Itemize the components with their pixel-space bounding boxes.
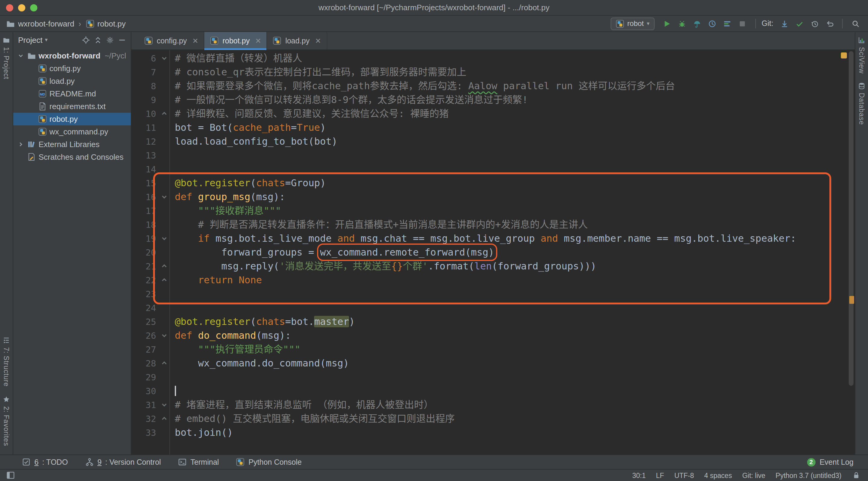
coverage-icon[interactable] (690, 17, 704, 30)
stop-icon[interactable] (736, 17, 749, 30)
collapse-all-icon[interactable] (92, 34, 104, 45)
status-line-ending[interactable]: LF (656, 472, 664, 479)
editor[interactable]: 6789101112131415161718192021222324252627… (131, 50, 855, 454)
tool-window-button-9-version-control[interactable]: 9: Version Control (85, 457, 161, 467)
tool-stripe-button-2-favorites[interactable]: 2: Favorites (2, 391, 10, 454)
tool-window-button-python-console[interactable]: Python Console (236, 457, 302, 467)
search-everywhere-button[interactable] (849, 17, 862, 30)
code-line-31[interactable]: # 堵塞进程，直到结束消息监听 （例如，机器人被登出时） (175, 398, 855, 412)
chevron-down-icon[interactable] (17, 51, 25, 60)
error-stripe-mark[interactable] (849, 296, 854, 304)
code-line-30[interactable] (175, 384, 855, 398)
code-line-24[interactable] (175, 301, 855, 315)
window-minimize-button[interactable] (18, 4, 25, 11)
tree-item-requirements-txt[interactable]: requirements.txt (13, 100, 131, 113)
tree-item-load-py[interactable]: load.py (13, 75, 131, 87)
tool-stripe-button-1-project[interactable]: 1: Project (2, 32, 10, 88)
code-line-12[interactable]: load.load_config_to_bot(bot) (175, 134, 855, 148)
code-line-11[interactable]: bot = Bot(cache_path=True) (175, 121, 855, 134)
status-indent-style[interactable]: 4 spaces (704, 472, 732, 479)
tree-item-wx-command-py[interactable]: wx_command.py (13, 125, 131, 138)
fold-close-icon[interactable] (159, 262, 169, 270)
tool-stripe-button-database[interactable]: Database (858, 78, 866, 129)
tree-item-readme-md[interactable]: MDREADME.md (13, 87, 131, 100)
inspections-widget[interactable] (841, 53, 847, 59)
git-commit-icon[interactable] (793, 17, 806, 30)
status-caret-position[interactable]: 30:1 (632, 472, 646, 479)
fold-open-icon[interactable] (159, 400, 169, 409)
code-line-16[interactable]: def group_msg(msg): (175, 190, 855, 204)
tree-item-wxrobot-forward[interactable]: wxrobot-forward~/Pycl (13, 50, 131, 62)
window-close-button[interactable] (6, 4, 13, 11)
code-line-13[interactable] (175, 148, 855, 162)
tool-window-switcher-button[interactable] (5, 470, 16, 481)
concurrency-icon[interactable] (721, 17, 734, 30)
code-line-9[interactable]: # 一般情况一个微信可以转发消息到8-9个群，太多的话会提示发送消息过于频繁! (175, 93, 855, 107)
status-python-interpreter[interactable]: Python 3.7 (untitled3) (775, 472, 841, 479)
code-line-14[interactable] (175, 162, 855, 176)
code-area[interactable]: # 微信群直播（转发）机器人# console_qr表示在控制台打出二维码，部署… (170, 50, 855, 454)
code-line-22[interactable]: return None (175, 273, 855, 287)
code-line-28[interactable]: wx_command.do_command(msg) (175, 356, 855, 370)
tree-item-robot-py[interactable]: robot.py (13, 113, 131, 125)
run-configuration-select[interactable]: robot ▾ (610, 17, 654, 30)
code-line-17[interactable]: """接收群消息""" (175, 204, 855, 218)
code-line-26[interactable]: def do_command(msg): (175, 328, 855, 342)
fold-close-icon[interactable] (159, 359, 169, 368)
code-line-18[interactable]: # 判断是否满足转发直播条件：开启直播模式+当前消息是主讲群内的+发消息的人是主… (175, 218, 855, 231)
git-update-icon[interactable] (778, 17, 791, 30)
debug-bug-icon[interactable] (675, 17, 689, 30)
locate-icon[interactable] (80, 34, 92, 45)
fold-close-icon[interactable] (159, 414, 169, 423)
code-line-25[interactable]: @bot.register(chats=bot.master) (175, 315, 855, 328)
code-token: '消息发送完毕，共发送至 (279, 260, 391, 272)
tree-item-scratches-and-consoles[interactable]: Scratches and Consoles (13, 151, 131, 163)
close-icon[interactable]: ✕ (192, 36, 198, 45)
code-line-15[interactable]: @bot.register(chats=Group) (175, 176, 855, 190)
project-panel-title[interactable]: Project ▾ (18, 35, 48, 44)
breadcrumb-item-wxrobot-forward[interactable]: wxrobot-forward (6, 19, 74, 28)
code-line-29[interactable] (175, 370, 855, 384)
breadcrumb-item-robot-py[interactable]: robot.py (85, 19, 126, 28)
tool-window-button-6-todo[interactable]: 6: TODO (22, 457, 68, 467)
status-file-encoding[interactable]: UTF-8 (674, 472, 694, 479)
rollback-icon[interactable] (823, 17, 836, 30)
chevron-right-icon[interactable] (17, 140, 25, 149)
gear-icon[interactable] (104, 34, 116, 45)
fold-open-icon[interactable] (159, 331, 169, 340)
event-log-widget[interactable]: 2 Event Log (807, 458, 854, 466)
close-icon[interactable]: ✕ (315, 36, 321, 45)
fold-open-icon[interactable] (159, 234, 169, 243)
close-icon[interactable]: ✕ (255, 36, 261, 45)
code-line-10[interactable]: # 详细教程、问题反馈、意见建议，关注微信公众号: 裸睡的猪 (175, 107, 855, 121)
hide-icon[interactable] (116, 34, 128, 45)
code-line-6[interactable]: # 微信群直播（转发）机器人 (175, 51, 855, 65)
code-line-8[interactable]: # 如果需要登录多个微信，则将cache_path参数去掉，然后勾选: Aalo… (175, 79, 855, 93)
editor-scrollbar[interactable] (849, 51, 854, 386)
editor-tab-config-py[interactable]: config.py✕ (138, 32, 204, 50)
code-line-32[interactable]: # embed() 互交模式阻塞，电脑休眠或关闭互交窗口则退出程序 (175, 412, 855, 425)
code-line-19[interactable]: if msg.bot.is_live_mode and msg.chat == … (175, 231, 855, 245)
editor-tab-robot-py[interactable]: robot.py✕ (204, 32, 267, 50)
history-icon[interactable] (808, 17, 821, 30)
fold-open-icon[interactable] (159, 54, 169, 63)
code-line-20[interactable]: forward_groups = wx_command.remote_forwa… (175, 245, 855, 259)
profiler-icon[interactable] (706, 17, 719, 30)
fold-open-icon[interactable] (159, 192, 169, 201)
tool-window-button-terminal[interactable]: Terminal (178, 457, 219, 467)
fold-close-icon[interactable] (159, 276, 169, 285)
code-line-7[interactable]: # console_qr表示在控制台打出二维码，部署到服务器时需要加上 (175, 65, 855, 79)
window-zoom-button[interactable] (30, 4, 37, 11)
code-line-33[interactable]: bot.join() (175, 425, 855, 440)
status-git-branch[interactable]: Git: live (742, 472, 766, 479)
tool-stripe-button-sciview[interactable]: SciView (858, 32, 866, 78)
code-line-23[interactable] (175, 287, 855, 301)
tree-item-external-libraries[interactable]: External Libraries (13, 138, 131, 151)
fold-close-icon[interactable] (159, 109, 169, 118)
tool-stripe-button-7-structure[interactable]: 7: Structure (2, 332, 10, 391)
editor-tab-load-py[interactable]: load.py✕ (267, 32, 327, 50)
tree-item-config-py[interactable]: config.py (13, 62, 131, 75)
code-line-27[interactable]: """执行管理员命令""" (175, 342, 855, 356)
code-line-21[interactable]: msg.reply('消息发送完毕，共发送至{}个群'.format(len(f… (175, 259, 855, 273)
run-play-icon[interactable] (660, 17, 674, 30)
